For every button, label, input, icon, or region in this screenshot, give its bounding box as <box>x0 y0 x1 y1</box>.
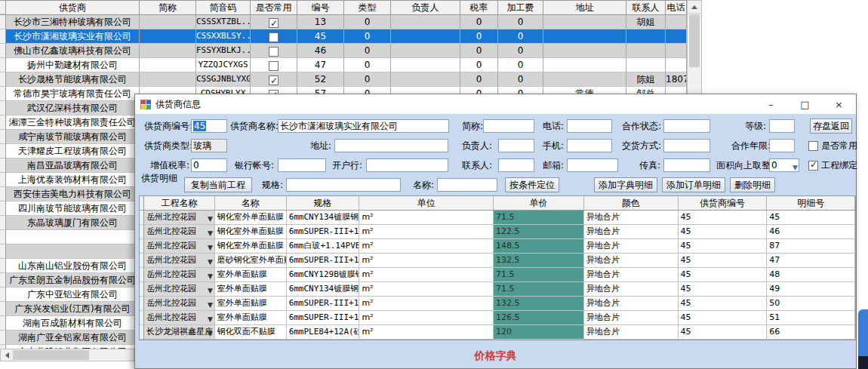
dialog-titlebar[interactable]: 供货商信息 – □ × <box>135 94 856 114</box>
cell <box>666 29 687 44</box>
detail-row[interactable]: 岳州北控花园▼钢化室外单面贴膜6mmSUPER-III+12A(硅...m²12… <box>140 225 855 239</box>
checkbox-icon[interactable] <box>269 32 279 42</box>
column-header[interactable]: 类型 <box>344 1 391 14</box>
project-combo-cell[interactable]: 长沙龙湖祺鑫星座▼ <box>144 325 215 340</box>
supplier-name-field[interactable]: 长沙市潇湘玻璃实业有限公司 <box>278 119 449 133</box>
column-header[interactable]: 加工费 <box>498 1 543 14</box>
cell: 0 <box>344 15 391 29</box>
delete-detail-button[interactable]: 删除明细 <box>730 177 775 192</box>
column-header[interactable]: 编号 <box>297 1 344 14</box>
scroll-up-button[interactable] <box>688 1 701 14</box>
mobile-field[interactable] <box>567 139 612 152</box>
scrollbar-thumb[interactable] <box>689 14 700 67</box>
column-header[interactable]: 明细号 <box>767 196 855 210</box>
chevron-down-icon: ▼ <box>208 284 213 297</box>
coop-years-field[interactable] <box>769 139 795 152</box>
column-header[interactable]: 地址 <box>543 1 626 14</box>
cell: m² <box>359 211 494 225</box>
copy-project-button[interactable]: 复制当前工程 <box>184 177 252 192</box>
table-row[interactable]: 长沙市三湘特种玻璃有限公司CSSSXTZBL..13000胡姐 <box>0 15 687 29</box>
column-header[interactable]: 简音码 <box>196 1 251 14</box>
column-header[interactable]: 供货商编号 <box>679 196 768 210</box>
add-dict-detail-button[interactable]: 添加字典明细 <box>594 177 657 192</box>
cell: 室外单面贴膜 <box>215 282 287 297</box>
cell: 磨砂钢化室外单面贴膜 <box>215 254 287 268</box>
checkbox-icon[interactable] <box>269 18 279 28</box>
column-header[interactable]: 单价 <box>494 196 584 210</box>
column-header[interactable]: 工程名称 <box>144 196 215 210</box>
address-field[interactable] <box>334 139 448 152</box>
locate-by-condition-button[interactable]: 按条件定位 <box>505 177 559 192</box>
project-binding-checkbox[interactable]: 工程绑定 <box>808 159 857 172</box>
minimize-button[interactable]: – <box>754 94 788 114</box>
project-combo-cell[interactable]: 岳州北控花园▼ <box>144 211 215 225</box>
cell: 上海优泰装饰材料有限公司 <box>6 173 140 187</box>
project-combo-cell[interactable]: 岳州北控花园▼ <box>144 268 215 282</box>
detail-row[interactable]: 岳州北控花园▼室外单面贴膜6mmSUPER-III+12A(硅...m²126.… <box>140 311 855 325</box>
table-row[interactable]: 长沙晟格节能玻璃有限公司CSSGJNBLYXGS52000陈姐180751 <box>0 72 687 87</box>
maximize-button[interactable]: □ <box>788 94 822 114</box>
column-header[interactable]: 名称 <box>215 196 287 210</box>
spec-filter-field[interactable] <box>286 178 401 192</box>
delivery-method-field[interactable] <box>663 139 710 152</box>
project-combo-cell[interactable]: 岳州北控花园▼ <box>144 225 215 239</box>
detail-row[interactable]: 岳州北控花园▼室外单面贴膜6mmSUPER-III+12A(硅...m²132.… <box>140 297 855 311</box>
phone-field[interactable] <box>567 119 612 133</box>
project-combo-cell[interactable]: 岳州北控花园▼ <box>144 282 215 297</box>
fax-field[interactable] <box>663 158 710 172</box>
cell: 东晶玻璃厦门有限公司 <box>6 216 140 230</box>
column-header[interactable]: 简称 <box>140 1 196 14</box>
contact-field[interactable] <box>498 158 534 172</box>
checkbox-icon[interactable] <box>269 75 279 85</box>
table-row[interactable]: 佛山市亿鑫玻璃科技有限公司FSSYXBLKJ..46000 <box>0 44 687 58</box>
detail-row[interactable]: 岳州北控花园▼钢化室外单面贴膜6mmCNY134镀膜钢化m²71.5异地合片45… <box>140 211 855 225</box>
column-header[interactable]: 是否常用 <box>251 1 297 14</box>
scroll-left-button[interactable] <box>1 349 14 361</box>
area-round-up-label: 面积向上取整: <box>716 158 774 173</box>
is-common-checkbox[interactable]: 是否常用 <box>808 140 857 152</box>
supplier-id-field[interactable]: 45 <box>191 119 227 133</box>
column-header[interactable]: 负责人 <box>391 1 460 14</box>
detail-row[interactable]: 岳州北控花园▼磨砂钢化室外单面贴膜6mmSUPER-III+12A(硅...m²… <box>140 254 855 268</box>
close-button[interactable]: × <box>822 94 856 114</box>
checkbox-icon[interactable] <box>269 47 279 57</box>
detail-row[interactable]: 岳州北控花园▼室外单面贴膜6mmCNY134镀膜钢化m²71.5异地合片4549 <box>140 282 855 297</box>
scrollbar-thumb[interactable] <box>14 350 89 360</box>
email-field[interactable] <box>567 158 618 172</box>
column-header[interactable]: 电话 <box>666 1 687 14</box>
project-combo-cell[interactable]: 岳州北控花园▼ <box>144 297 215 311</box>
name-filter-field[interactable] <box>437 178 497 192</box>
area-round-up-select[interactable]: 0▼ <box>769 158 799 172</box>
column-header[interactable]: 规格 <box>287 196 360 210</box>
table-row[interactable]: 扬州中勤建材有限公司YZZQJCYXGS47000 <box>0 58 687 72</box>
checkbox-icon[interactable] <box>269 61 279 71</box>
price-cell: 71.5 <box>494 282 584 297</box>
bank-account-field[interactable] <box>278 158 326 172</box>
short-name-label: 简称: <box>462 118 483 134</box>
column-header[interactable]: 颜色 <box>584 196 679 210</box>
project-combo-cell[interactable]: 岳州北控花园▼ <box>144 311 215 325</box>
spec-cell: 6mmSUPER-III+12A(硅... <box>287 297 360 311</box>
horizontal-scrollbar[interactable] <box>0 349 134 361</box>
column-header[interactable]: 单位 <box>359 196 494 210</box>
cell: 胡姐 <box>626 15 666 29</box>
supplier-type-field[interactable]: 玻璃 <box>191 139 227 152</box>
add-order-detail-button[interactable]: 添加订单明细 <box>662 177 725 192</box>
detail-row[interactable]: 岳州北控花园▼钢化室外单面贴膜6mm白玻+1.14PVB+6mm...m²148… <box>140 239 855 254</box>
detail-row[interactable]: 岳州北控花园▼室外单面贴膜6mmCNY129B镀膜钢化m²71.5异地合片454… <box>140 268 855 282</box>
short-name-field[interactable] <box>483 119 534 133</box>
column-header[interactable]: 供货商 <box>6 1 140 14</box>
table-row[interactable]: 长沙市潇湘玻璃实业有限公司CSSXXBLSY..45000 <box>0 29 687 44</box>
cell: 51 <box>767 311 855 325</box>
manager-field[interactable] <box>498 139 534 152</box>
vat-rate-field[interactable]: 0 <box>191 158 227 172</box>
bank-name-field[interactable] <box>366 158 448 172</box>
grade-field[interactable] <box>769 119 795 133</box>
project-combo-cell[interactable]: 岳州北控花园▼ <box>144 239 215 254</box>
project-combo-cell[interactable]: 岳州北控花园▼ <box>144 254 215 268</box>
column-header[interactable]: 联系人 <box>626 1 666 14</box>
save-return-button[interactable]: 存盘返回 <box>810 118 852 134</box>
detail-row[interactable]: 长沙龙湖祺鑫星座▼钢化双面不贴膜6mmPLE84+12A(硅酮胶...m²120… <box>140 325 855 340</box>
coop-status-field[interactable] <box>663 119 710 133</box>
column-header[interactable]: 税率 <box>460 1 498 14</box>
